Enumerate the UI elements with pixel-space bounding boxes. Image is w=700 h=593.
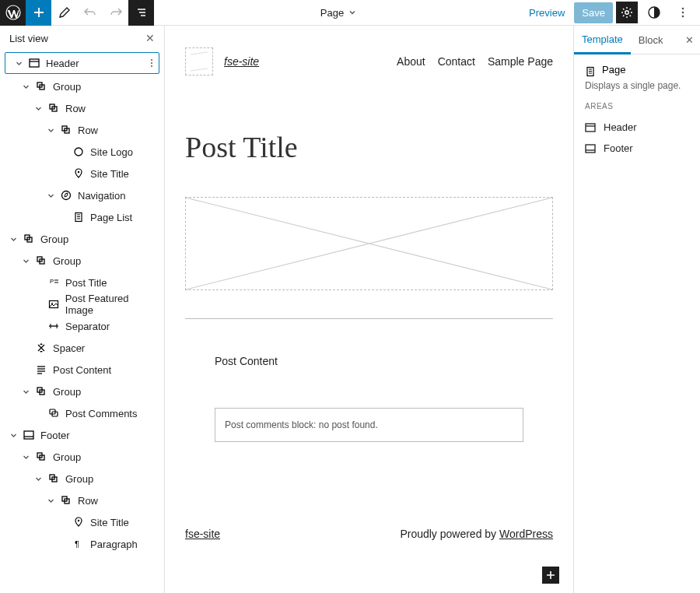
listview-item[interactable]: Row [0,489,164,511]
chevron-down-icon[interactable] [30,475,47,482]
featured-image-placeholder[interactable] [185,197,553,290]
svg-point-31 [681,8,684,10]
more-icon[interactable] [146,58,157,68]
listview-item[interactable]: Group [0,468,164,489]
listview-item-label: Site Title [90,168,129,180]
listview-item-label: Group [53,81,81,93]
chevron-down-icon[interactable] [42,127,59,134]
posttitle-icon [47,277,61,288]
listview-item[interactable]: Row [0,97,164,119]
preview-button[interactable]: Preview [523,7,571,19]
more-menu[interactable] [670,0,695,26]
footer-wp-link[interactable]: WordPress [499,528,553,540]
listview-item[interactable]: Site Title [0,511,164,533]
doc-type-label[interactable]: Page [320,7,344,19]
nav-link[interactable]: About [397,55,425,68]
editor-canvas[interactable]: fse-site AboutContactSample Page Post Ti… [165,26,573,593]
listview-item-label: Group [53,386,81,398]
add-block-button[interactable] [26,0,51,26]
group-icon [34,81,48,92]
listview-item[interactable]: Site Title [0,163,164,184]
listview-item[interactable]: Row [0,119,164,141]
chevron-down-icon[interactable] [10,60,27,67]
svg-point-35 [151,62,152,64]
listview-item[interactable]: Footer [0,424,164,446]
chevron-down-icon[interactable] [17,83,34,90]
settings-button[interactable] [616,2,638,23]
chevron-down-icon[interactable] [42,192,59,199]
chevron-down-icon[interactable] [17,388,34,395]
listview-item-label: Group [65,473,93,485]
tab-template[interactable]: Template [574,26,631,54]
listview-item[interactable]: Group [0,228,164,250]
template-area-item[interactable]: Header [585,117,689,138]
listview-item[interactable]: Post Title [0,272,164,293]
group-icon [47,103,61,114]
svg-point-32 [681,12,684,14]
site-title[interactable]: fse-site [224,55,259,68]
separator-block[interactable] [185,318,553,319]
listview-item[interactable]: Post Featured Image [0,293,164,315]
listview-item[interactable]: Post Content [0,359,164,381]
post-title[interactable]: Post Title [185,130,553,164]
listview-item[interactable]: Separator [0,315,164,337]
listview-item[interactable]: Page List [0,206,164,228]
chevron-down-icon[interactable] [30,105,47,112]
pin-icon [72,517,86,528]
wp-logo[interactable] [0,0,26,26]
listview-item[interactable]: Post Comments [0,402,164,424]
chevron-down-icon[interactable] [42,497,59,504]
post-content[interactable]: Post Content [215,355,523,367]
close-icon[interactable]: ✕ [145,32,155,44]
footer-site-title[interactable]: fse-site [185,528,220,540]
chevron-down-icon[interactable] [5,236,22,243]
listview-item-label: Navigation [78,190,125,202]
edit-icon[interactable] [51,0,77,26]
nav-icon [59,190,73,201]
comments-icon [47,408,61,419]
header-icon [585,122,596,133]
listview-item-label: Site Logo [90,146,133,158]
circle-icon [72,146,86,157]
tab-block[interactable]: Block [631,26,671,53]
listview-item[interactable]: Paragraph [0,533,164,555]
add-block-floating[interactable] [542,567,559,584]
listview-item-label: Header [46,58,79,69]
styles-button[interactable] [641,0,667,26]
close-icon[interactable]: ✕ [685,34,694,46]
image-icon [47,299,61,310]
template-area-item[interactable]: Footer [585,138,689,159]
listview-item[interactable]: Group [0,446,164,468]
listview-item[interactable]: Spacer [0,337,164,359]
sep-icon [47,321,61,332]
svg-point-33 [681,16,684,18]
template-name: Page [602,64,625,75]
svg-point-34 [151,59,152,61]
group-icon [47,473,61,484]
listview-item-label: Row [78,125,98,136]
chevron-down-icon[interactable] [17,454,34,461]
site-footer: fse-site Proudly powered by WordPress [185,528,553,587]
listview-item-label: Row [65,103,86,114]
listview-item[interactable]: Group [0,381,164,402]
undo-button[interactable] [77,0,103,26]
listview-item[interactable]: Header [5,52,159,74]
areas-heading: AREAS [585,102,689,111]
nav-link[interactable]: Contact [438,55,475,68]
chevron-down-icon[interactable] [5,432,22,439]
save-button[interactable]: Save [574,2,613,23]
listview-toggle[interactable] [128,0,154,26]
listview-title: List view [9,33,48,44]
template-description: Displays a single page. [585,80,689,91]
listview-item[interactable]: Group [0,75,164,97]
site-logo-placeholder[interactable] [185,47,213,75]
chevron-down-icon[interactable] [17,258,34,265]
nav-link[interactable]: Sample Page [488,55,553,68]
listview-item[interactable]: Site Logo [0,141,164,163]
chevron-down-icon[interactable] [348,9,356,16]
post-comments-block[interactable]: Post comments block: no post found. [215,408,523,442]
group-icon [34,386,48,397]
redo-button[interactable] [103,0,128,26]
listview-item[interactable]: Group [0,250,164,272]
listview-item[interactable]: Navigation [0,184,164,206]
